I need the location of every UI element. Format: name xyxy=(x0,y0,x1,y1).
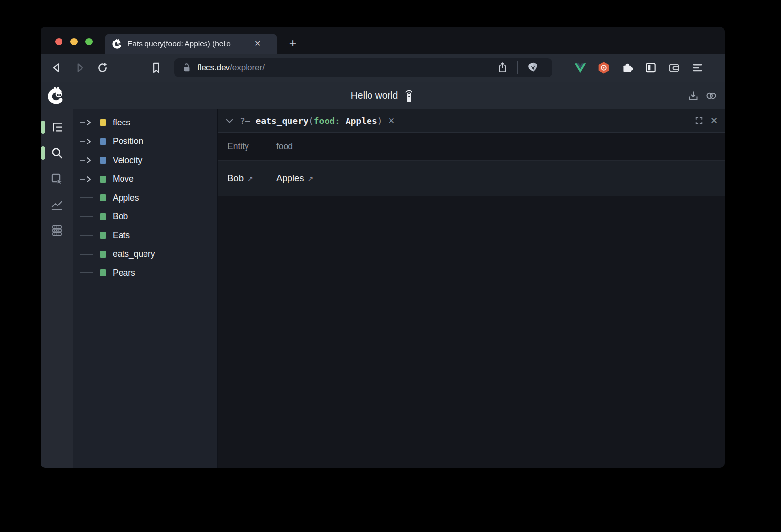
entity-tag-swatch xyxy=(100,157,106,164)
expand-arrow-icon[interactable] xyxy=(80,138,100,145)
browser-tab[interactable]: Eats query(food: Apples) (hello ✕ xyxy=(105,34,277,54)
tree-item[interactable]: eats_query xyxy=(73,245,217,264)
tree-branch-dash xyxy=(80,235,100,236)
tab-close-icon[interactable]: ✕ xyxy=(254,39,261,48)
tree-item-label: flecs xyxy=(113,118,130,128)
entity-tag-swatch xyxy=(100,269,106,276)
browser-menu-icon[interactable] xyxy=(691,61,704,74)
browser-window: Eats query(food: Apples) (hello ✕ + flec… xyxy=(41,27,725,468)
window-close-button[interactable] xyxy=(55,38,62,45)
panel-close-icon[interactable]: ✕ xyxy=(710,115,718,126)
entity-tree-panel: flecs Position Velocity Move Apples xyxy=(73,109,217,468)
query-expression: ?– eats_query(food: Apples) xyxy=(240,116,383,126)
tree-item[interactable]: Eats xyxy=(73,226,217,245)
window-zoom-button[interactable] xyxy=(85,38,93,45)
query-clear-icon[interactable]: ✕ xyxy=(388,116,395,126)
brave-shield-icon[interactable] xyxy=(527,61,539,74)
bookmark-button[interactable] xyxy=(150,61,163,74)
chevron-down-icon[interactable] xyxy=(225,116,234,125)
query-panel: ?– eats_query(food: Apples) ✕ ✕ Entity f… xyxy=(217,109,725,468)
traffic-lights xyxy=(55,38,93,45)
open-entity-arrow-icon[interactable]: ↗ xyxy=(308,175,314,183)
tree-branch-dash xyxy=(80,272,100,273)
entity-tag-swatch xyxy=(100,138,106,145)
expand-arrow-icon[interactable] xyxy=(80,119,100,126)
share-icon[interactable] xyxy=(497,61,508,74)
tree-item[interactable]: flecs xyxy=(73,113,217,132)
tab-title: Eats query(food: Apples) (hello xyxy=(127,40,250,48)
new-tab-button[interactable]: + xyxy=(286,37,300,50)
tables-icon[interactable] xyxy=(50,224,63,237)
inspect-icon[interactable] xyxy=(50,172,63,185)
extension-hexagon-icon[interactable] xyxy=(597,61,610,74)
tree-branch-dash xyxy=(80,197,100,198)
app-content: flecs Position Velocity Move Apples xyxy=(41,109,725,468)
tree-view-icon[interactable] xyxy=(50,121,63,134)
query-prompt: ?– xyxy=(240,116,256,126)
sidebar-toggle-icon[interactable] xyxy=(644,61,657,74)
tree-item[interactable]: Apples xyxy=(73,188,217,207)
tree-item[interactable]: Velocity xyxy=(73,151,217,170)
lock-icon xyxy=(183,63,191,72)
entity-tag-swatch xyxy=(100,119,106,126)
address-bar[interactable]: flecs.dev/explorer/ xyxy=(174,58,552,77)
open-entity-arrow-icon[interactable]: ↗ xyxy=(247,175,253,183)
column-header-entity: Entity xyxy=(218,142,276,152)
result-table-row[interactable]: Bob↗ Apples↗ xyxy=(218,161,725,196)
flecs-logo-icon[interactable] xyxy=(47,86,65,104)
url-path: /explorer/ xyxy=(230,63,265,72)
entity-tag-swatch xyxy=(100,213,106,220)
tree-item-label: Apples xyxy=(113,193,139,203)
tree-item[interactable]: Position xyxy=(73,132,217,151)
fullscreen-icon[interactable] xyxy=(695,116,703,125)
window-minimize-button[interactable] xyxy=(70,38,78,45)
tree-item-label: eats_query xyxy=(113,249,155,259)
search-icon[interactable] xyxy=(50,146,63,160)
forward-button[interactable] xyxy=(73,61,86,74)
tree-item[interactable]: Pears xyxy=(73,264,217,283)
tree-branch-dash xyxy=(80,254,100,255)
expand-arrow-icon[interactable] xyxy=(80,176,100,183)
page-title: Hello world xyxy=(351,90,398,101)
download-button[interactable] xyxy=(687,90,699,102)
tree-item-label: Position xyxy=(113,136,143,146)
tree-item[interactable]: Bob xyxy=(73,207,217,226)
expand-arrow-icon[interactable] xyxy=(80,157,100,164)
link-button[interactable] xyxy=(705,90,717,102)
wallet-icon[interactable] xyxy=(668,61,680,74)
tree-item-label: Pears xyxy=(113,268,135,278)
reload-button[interactable] xyxy=(96,61,109,74)
entity-tag-swatch xyxy=(100,194,106,201)
result-table-header: Entity food xyxy=(218,133,725,161)
tree-item-label: Eats xyxy=(113,230,130,241)
tree-item-label: Velocity xyxy=(113,155,142,165)
entity-tag-swatch xyxy=(100,232,106,239)
entity-tag-swatch xyxy=(100,176,106,183)
tab-strip: Eats query(food: Apples) (hello ✕ + xyxy=(41,27,725,54)
column-header-food: food xyxy=(276,142,293,152)
entity-cell[interactable]: Bob xyxy=(227,173,244,184)
food-cell[interactable]: Apples xyxy=(276,173,304,184)
tree-item-label: Move xyxy=(113,174,134,184)
url-text: flecs.dev/explorer/ xyxy=(197,63,265,73)
remote-connection-icon[interactable] xyxy=(404,89,414,102)
stats-chart-icon[interactable] xyxy=(50,198,63,211)
toolbar-separator xyxy=(517,61,518,74)
active-indicator-pill xyxy=(41,121,45,134)
query-arg: Apples xyxy=(340,116,377,126)
back-button[interactable] xyxy=(50,61,63,74)
query-param: food: xyxy=(314,116,340,126)
icon-rail xyxy=(41,109,73,468)
entity-tag-swatch xyxy=(100,251,106,258)
query-name: eats_query xyxy=(256,116,308,126)
tree-branch-dash xyxy=(80,216,100,217)
query-header: ?– eats_query(food: Apples) ✕ ✕ xyxy=(218,109,725,133)
extensions-puzzle-icon[interactable] xyxy=(621,61,634,74)
tree-item[interactable]: Move xyxy=(73,170,217,189)
flecs-favicon-icon xyxy=(112,39,122,49)
browser-toolbar: flecs.dev/explorer/ xyxy=(41,54,725,82)
app-header: Hello world xyxy=(41,82,725,109)
vue-devtools-icon[interactable] xyxy=(574,61,587,74)
tree-item-label: Bob xyxy=(113,211,128,222)
active-indicator-pill xyxy=(41,146,45,160)
